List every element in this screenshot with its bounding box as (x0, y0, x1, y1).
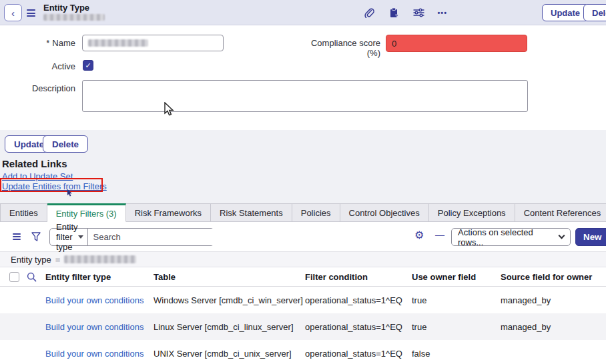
actions-dropdown[interactable]: Actions on selected rows... (451, 228, 571, 246)
cell-source-field: managed_by (501, 287, 551, 313)
gear-icon[interactable]: ⚙ (414, 229, 424, 241)
cell-table: Linux Server [cmdb_ci_linux_server] (154, 313, 294, 340)
tab-entities[interactable]: Entities (0, 203, 47, 222)
breadcrumb-label[interactable]: Entity type (11, 255, 51, 265)
required-marker: * (46, 38, 49, 48)
tab-policy-exceptions[interactable]: Policy Exceptions (429, 203, 515, 222)
cell-entity-filter-type-link[interactable]: Build your own conditions (45, 287, 143, 313)
record-name-redacted (43, 14, 105, 21)
column-header-table[interactable]: Table (154, 267, 176, 287)
back-button[interactable]: ‹ (4, 4, 22, 21)
search-icon[interactable] (27, 272, 37, 282)
cell-use-owner-field: false (412, 340, 430, 364)
new-button[interactable]: New (575, 228, 606, 246)
personalize-form-icon[interactable] (412, 7, 424, 19)
list-breadcrumb: Entity type = (0, 252, 606, 267)
cell-source-field: managed_by (501, 313, 551, 340)
name-label: *Name (2, 38, 75, 48)
column-header-filter-condition[interactable]: Filter condition (305, 267, 368, 287)
breadcrumb-operator: = (55, 255, 61, 265)
collapse-list-icon[interactable]: — (435, 229, 444, 240)
active-label: Active (2, 61, 75, 71)
header-icon-group: ••• (363, 0, 447, 25)
more-options-icon[interactable]: ••• (437, 9, 447, 17)
list-menu-icon[interactable] (13, 233, 21, 240)
cell-filter-condition: operational_status=1^EQ (305, 313, 402, 340)
header-update-button[interactable]: Update (542, 4, 589, 21)
check-icon: ✓ (85, 61, 91, 70)
list-toolbar: Entity filter type ⚙ — Actions on select… (0, 222, 606, 252)
lower-section: Update Delete Related Links Add to Updat… (0, 130, 606, 364)
cell-table: UNIX Server [cmdb_ci_unix_server] (154, 340, 292, 364)
form-delete-button[interactable]: Delete (43, 135, 88, 153)
description-label: Description (2, 83, 75, 93)
tab-risk-statements[interactable]: Risk Statements (211, 203, 292, 222)
filter-icon[interactable] (31, 232, 41, 241)
compliance-score-label: Compliance score (%) (280, 38, 380, 58)
breadcrumb-value-redacted (64, 255, 136, 263)
app-window: ‹ Entity Type (0, 0, 606, 364)
compliance-score-field[interactable]: 0 (386, 35, 527, 52)
table-header-row: Entity filter type Table Filter conditio… (0, 267, 606, 287)
column-header-use-owner-field[interactable]: Use owner field (412, 267, 476, 287)
cell-table: Windows Server [cmdb_ci_win_server] (154, 287, 303, 313)
tab-content-references[interactable]: Content References (515, 203, 606, 222)
search-input[interactable] (88, 229, 216, 245)
search-field-dropdown[interactable]: Entity filter type (50, 229, 88, 245)
menu-icon[interactable] (27, 9, 35, 17)
attachment-icon[interactable] (363, 7, 375, 19)
record-form: *Name Compliance score (%) 0 Active ✓ De… (0, 25, 606, 130)
cell-filter-condition: operational_status=1^EQ (305, 287, 402, 313)
select-all-checkbox[interactable] (9, 272, 19, 282)
link-add-to-update-set[interactable]: Add to Update Set (2, 171, 73, 181)
table-row: Build your own conditions Windows Server… (0, 287, 606, 313)
list-search-combo: Entity filter type (49, 228, 214, 246)
chevron-down-icon (559, 233, 565, 239)
cell-use-owner-field: true (412, 287, 426, 313)
name-value-redacted (88, 39, 148, 47)
cell-entity-filter-type-link[interactable]: Build your own conditions (45, 313, 143, 340)
search-field-value: Entity filter type (56, 222, 78, 252)
related-links-title: Related Links (2, 158, 67, 169)
header-bar: ‹ Entity Type (0, 0, 606, 25)
description-textarea[interactable] (82, 80, 528, 112)
related-list-tabs: Entities Entity Filters (3) Risk Framewo… (0, 203, 606, 222)
tab-entity-filters[interactable]: Entity Filters (3) (47, 203, 126, 222)
table-row: Build your own conditions UNIX Server [c… (0, 340, 606, 364)
table-row: Build your own conditions Linux Server [… (0, 313, 606, 340)
link-update-entities-from-filters[interactable]: Update Entities from Filters (2, 181, 107, 191)
cell-filter-condition: operational_status=1^EQ (305, 340, 402, 364)
column-header-entity-filter-type[interactable]: Entity filter type (45, 267, 111, 287)
copy-record-icon[interactable] (388, 7, 400, 19)
tab-policies[interactable]: Policies (292, 203, 340, 222)
chevron-down-icon (78, 235, 83, 239)
cell-entity-filter-type-link[interactable]: Build your own conditions (45, 340, 143, 364)
page-title: Entity Type (43, 3, 105, 13)
cell-use-owner-field: true (412, 313, 426, 340)
record-title-block: Entity Type (43, 3, 105, 23)
active-checkbox[interactable]: ✓ (83, 60, 93, 71)
tab-control-objectives[interactable]: Control Objectives (340, 203, 429, 222)
header-delete-button[interactable]: Delete (583, 4, 606, 21)
tab-risk-frameworks[interactable]: Risk Frameworks (126, 203, 211, 222)
column-header-source-field-for-owner[interactable]: Source field for owner (501, 267, 592, 287)
actions-dropdown-value: Actions on selected rows... (458, 227, 559, 247)
name-input[interactable] (82, 35, 224, 51)
compliance-score-value: 0 (392, 39, 396, 49)
